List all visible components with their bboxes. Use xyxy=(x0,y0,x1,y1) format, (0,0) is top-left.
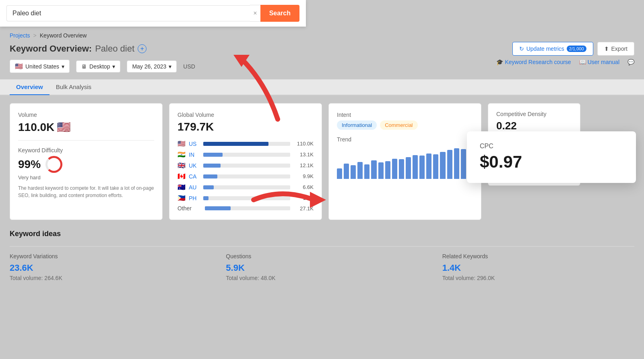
trend-bar xyxy=(447,150,452,179)
country-row-uk: 🇬🇧 UK 12.1K xyxy=(178,162,314,169)
au-flag-icon: 🇦🇺 xyxy=(178,183,186,191)
chevron-down-icon-device: ▾ xyxy=(112,63,115,70)
commercial-tag[interactable]: Commercial xyxy=(380,120,417,130)
breadcrumb: Projects > Keyword Overview xyxy=(0,27,644,42)
metrics-badge: 2/1,000 xyxy=(567,46,586,52)
intent-label: Intent xyxy=(337,112,473,118)
other-vol: 27.1K xyxy=(293,205,314,212)
trend-chart xyxy=(337,147,473,179)
research-course-link[interactable]: 🎓 Keyword Research course xyxy=(496,59,571,65)
ph-flag-icon: 🇵🇭 xyxy=(178,194,186,202)
volume-value: 110.0K 🇺🇸 xyxy=(18,120,154,134)
tab-bulk-analysis[interactable]: Bulk Analysis xyxy=(50,79,98,95)
other-label: Other xyxy=(178,205,202,212)
trend-bar xyxy=(344,164,349,179)
search-button[interactable]: Search xyxy=(260,5,299,22)
trend-bar xyxy=(440,152,445,179)
related-volume: Total volume: 296.0K xyxy=(442,275,634,281)
breadcrumb-projects-link[interactable]: Projects xyxy=(10,32,30,39)
tabs-row: Overview Bulk Analysis xyxy=(0,79,644,95)
informational-tag[interactable]: Informational xyxy=(337,120,377,130)
chevron-down-icon-date: ▾ xyxy=(169,63,171,70)
bar-fill-ph xyxy=(203,196,208,200)
uk-flag-icon: 🇬🇧 xyxy=(178,162,186,169)
bar-fill-au xyxy=(203,185,214,189)
cpc-label: CPC xyxy=(480,143,623,150)
volume-difficulty-card: Volume 110.0K 🇺🇸 Keyword Difficulty 99% … xyxy=(10,103,163,220)
trend-bar xyxy=(392,159,397,179)
vol-uk: 12.1K xyxy=(293,162,314,168)
us-flag-icon: 🇺🇸 xyxy=(178,140,186,147)
intent-trend-card: Intent Informational Commercial Trend xyxy=(328,103,481,220)
trend-bar xyxy=(371,160,376,179)
questions-count[interactable]: 5.9K xyxy=(226,263,244,273)
vol-ca: 9.9K xyxy=(293,173,314,179)
variations-count[interactable]: 23.6K xyxy=(10,263,33,273)
bar-fill-in xyxy=(203,153,223,157)
trend-bar xyxy=(461,149,466,179)
country-code-ph[interactable]: PH xyxy=(189,195,200,201)
date-filter-button[interactable]: May 26, 2023 ▾ xyxy=(127,60,177,73)
country-row-au: 🇦🇺 AU 6.6K xyxy=(178,183,314,191)
trend-bar xyxy=(364,164,369,179)
clear-icon: × xyxy=(253,10,257,17)
country-row-in: 🇮🇳 IN 13.1K xyxy=(178,151,314,158)
country-filter-button[interactable]: 🇺🇸 United States ▾ xyxy=(10,60,70,73)
country-row-ca: 🇨🇦 CA 9.9K xyxy=(178,172,314,180)
top-nav-right: 🎓 Keyword Research course 📖 User manual … xyxy=(496,59,634,65)
trend-bar xyxy=(357,162,363,179)
country-code-ca[interactable]: CA xyxy=(189,173,200,180)
variations-label: Keyword Variations xyxy=(10,253,202,259)
share-icon[interactable]: 💬 xyxy=(627,59,634,65)
cpc-value: $0.97 xyxy=(480,152,623,172)
trend-label: Trend xyxy=(337,136,473,143)
desktop-icon: 🖥 xyxy=(81,63,87,70)
search-input[interactable]: Paleo diet xyxy=(6,5,250,21)
global-volume-card: Global Volume 179.7K 🇺🇸 US 110.0K 🇮🇳 IN … xyxy=(169,103,322,220)
trend-bar xyxy=(378,162,384,179)
country-code-us[interactable]: US xyxy=(189,141,200,147)
country-code-au[interactable]: AU xyxy=(189,184,200,191)
other-row: Other 27.1K xyxy=(178,205,314,212)
page-title: Keyword Overview: Paleo diet + xyxy=(10,44,147,54)
add-keyword-button[interactable]: + xyxy=(138,44,147,53)
device-filter-button[interactable]: 🖥 Desktop ▾ xyxy=(76,60,120,73)
intent-tags: Informational Commercial xyxy=(337,120,473,130)
tab-overview[interactable]: Overview xyxy=(10,79,50,95)
export-button[interactable]: ⬆ Export xyxy=(597,42,634,56)
search-clear-button[interactable]: × xyxy=(250,5,260,22)
other-bar xyxy=(205,206,290,210)
trend-bar xyxy=(433,154,438,179)
country-row-ph: 🇵🇭 PH 1.9K xyxy=(178,194,314,202)
vol-ph: 1.9K xyxy=(293,195,314,201)
vol-us: 110.0K xyxy=(293,141,314,147)
trend-bar xyxy=(426,154,431,179)
country-code-in[interactable]: IN xyxy=(189,151,200,158)
trend-bar xyxy=(385,161,390,179)
country-code-uk[interactable]: UK xyxy=(189,162,200,169)
volume-label: Volume xyxy=(18,112,154,118)
related-count[interactable]: 1.4K xyxy=(442,263,461,273)
vol-in: 13.1K xyxy=(293,151,314,158)
bar-fill-uk xyxy=(203,164,221,168)
trend-bar xyxy=(337,168,342,179)
difficulty-description: The hardest keyword to compete for. It w… xyxy=(18,185,154,199)
country-row-us: 🇺🇸 US 110.0K xyxy=(178,140,314,147)
update-metrics-button[interactable]: ↻ Update metrics 2/1,000 xyxy=(512,42,593,56)
user-manual-link[interactable]: 📖 User manual xyxy=(579,59,619,65)
trend-bar xyxy=(399,159,404,179)
difficulty-ring-icon xyxy=(45,156,62,173)
vol-au: 6.6K xyxy=(293,184,314,190)
keyword-ideas-title: Keyword ideas xyxy=(10,228,634,238)
trend-bar xyxy=(454,148,459,179)
bar-fill-us xyxy=(203,142,268,146)
difficulty-value: 99% xyxy=(18,156,154,173)
us-flag-volume-icon: 🇺🇸 xyxy=(57,120,71,134)
global-volume-label: Global Volume xyxy=(178,112,314,118)
questions-volume: Total volume: 48.0K xyxy=(226,275,418,281)
keyword-ideas-section: Keyword ideas Keyword Variations 23.6K T… xyxy=(0,228,644,291)
trend-bar xyxy=(413,155,418,179)
bar-ph xyxy=(203,196,290,200)
currency-label: USD xyxy=(183,61,195,72)
us-flag-icon: 🇺🇸 xyxy=(15,62,23,70)
